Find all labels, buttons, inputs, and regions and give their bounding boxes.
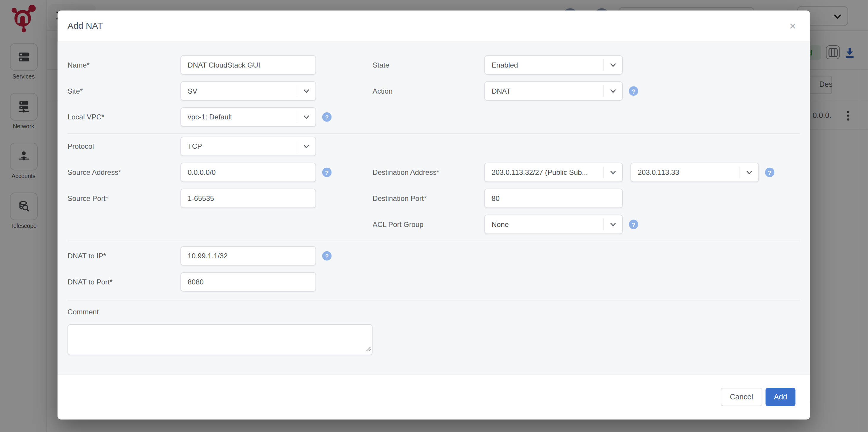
destination-port-input[interactable]	[485, 189, 623, 208]
local-vpc-help-icon[interactable]: ?	[322, 112, 332, 122]
dnat-to-ip-label: DNAT to IP*	[68, 252, 181, 260]
local-vpc-select[interactable]: vpc-1: Default	[181, 107, 316, 127]
acl-port-group-select[interactable]: None	[485, 215, 623, 234]
source-address-input[interactable]	[181, 163, 316, 182]
add-button[interactable]: Add	[766, 388, 795, 406]
local-vpc-select-value: vpc-1: Default	[181, 113, 297, 121]
chevron-down-icon	[297, 82, 315, 100]
destination-subnet-select[interactable]: 203.0.113.32/27 (Public Sub...	[485, 163, 623, 182]
cancel-button[interactable]: Cancel	[721, 388, 762, 406]
action-help-icon[interactable]: ?	[629, 86, 638, 96]
acl-port-group-help-icon[interactable]: ?	[629, 220, 638, 229]
dnat-to-port-label: DNAT to Port*	[68, 278, 181, 286]
destination-ip-value: 203.0.113.33	[631, 168, 740, 176]
source-address-label: Source Address*	[68, 168, 181, 176]
acl-port-group-label: ACL Port Group	[373, 220, 485, 228]
section-divider	[68, 241, 800, 241]
modal-header: Add NAT ×	[58, 10, 810, 42]
site-select[interactable]: SV	[181, 81, 316, 100]
action-label: Action	[373, 87, 485, 95]
dnat-to-ip-help-icon[interactable]: ?	[322, 251, 332, 261]
chevron-down-icon	[603, 56, 622, 74]
chevron-down-icon	[740, 163, 758, 181]
form-row-local-vpc: Local VPC* vpc-1: Default ?	[68, 107, 800, 127]
form-row-ports: Source Port* Destination Port*	[68, 189, 800, 208]
destination-address-help-icon[interactable]: ?	[765, 168, 775, 177]
form-row-name-state: Name* State Enabled	[68, 56, 800, 75]
modal-footer: Cancel Add	[58, 374, 810, 419]
destination-address-label: Destination Address*	[373, 168, 485, 176]
form-row-acl: ACL Port Group None ?	[68, 215, 800, 234]
acl-port-group-value: None	[485, 220, 603, 228]
form-row-protocol: Protocol TCP	[68, 137, 800, 156]
site-label: Site*	[68, 87, 181, 95]
modal-body: Name* State Enabled Site* SV	[58, 42, 810, 374]
form-row-site-action: Site* SV Action DNAT ?	[68, 81, 800, 100]
source-port-input[interactable]	[181, 189, 316, 208]
add-nat-modal: Add NAT × Name* State Enabled Site*	[58, 10, 810, 419]
chevron-down-icon	[297, 108, 315, 126]
name-input[interactable]	[181, 56, 316, 75]
close-icon[interactable]: ×	[786, 20, 799, 32]
comment-textarea[interactable]	[68, 324, 373, 355]
dnat-to-ip-input[interactable]	[181, 246, 316, 265]
source-port-label: Source Port*	[68, 194, 181, 202]
form-row-dnat-ip: DNAT to IP* ?	[68, 246, 800, 265]
local-vpc-label: Local VPC*	[68, 113, 181, 121]
form-row-dnat-port: DNAT to Port*	[68, 272, 800, 292]
state-select-value: Enabled	[485, 61, 603, 69]
protocol-select-value: TCP	[181, 142, 297, 151]
resize-handle-icon[interactable]	[366, 344, 371, 354]
modal-title: Add NAT	[68, 21, 103, 31]
protocol-select[interactable]: TCP	[181, 137, 316, 156]
section-divider	[68, 300, 800, 300]
destination-port-label: Destination Port*	[373, 194, 485, 202]
action-select-value: DNAT	[485, 87, 603, 95]
destination-subnet-value: 203.0.113.32/27 (Public Sub...	[485, 168, 603, 176]
comment-field-wrap	[68, 324, 373, 355]
protocol-label: Protocol	[68, 142, 181, 151]
chevron-down-icon	[603, 82, 622, 100]
destination-ip-select[interactable]: 203.0.113.33	[630, 163, 759, 182]
form-row-addresses: Source Address* ? Destination Address* 2…	[68, 163, 800, 182]
state-label: State	[373, 61, 485, 69]
screen: Services Network	[0, 0, 868, 432]
dnat-to-port-input[interactable]	[181, 272, 316, 292]
section-divider	[68, 133, 800, 134]
source-address-help-icon[interactable]: ?	[322, 168, 332, 177]
chevron-down-icon	[603, 163, 622, 181]
chevron-down-icon	[603, 215, 622, 233]
comment-label: Comment	[68, 307, 800, 316]
site-select-value: SV	[181, 87, 297, 95]
state-select[interactable]: Enabled	[485, 56, 623, 75]
action-select[interactable]: DNAT	[485, 81, 623, 100]
chevron-down-icon	[297, 137, 315, 156]
name-label: Name*	[68, 61, 181, 69]
